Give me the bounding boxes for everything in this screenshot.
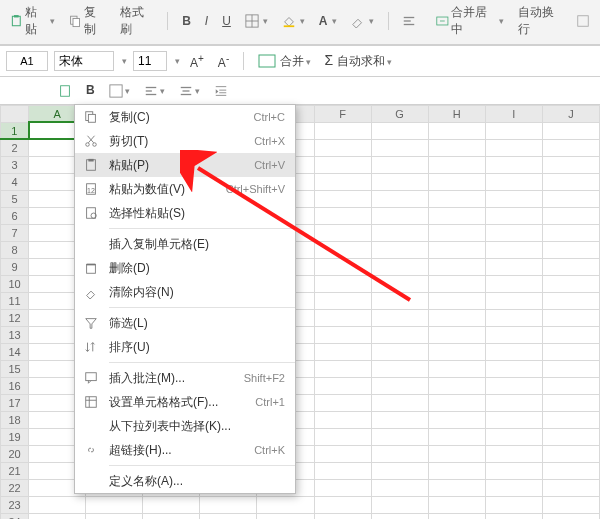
- cell[interactable]: [314, 462, 371, 479]
- cell[interactable]: [86, 496, 143, 513]
- fontcolor-button[interactable]: A▾: [315, 12, 341, 30]
- row-header[interactable]: 11: [1, 292, 29, 309]
- cell[interactable]: [200, 496, 257, 513]
- menu-item[interactable]: 12粘贴为数值(V)Ctrl+Shift+V: [75, 177, 295, 201]
- cell[interactable]: [542, 394, 599, 411]
- cell[interactable]: [428, 173, 485, 190]
- cell[interactable]: [542, 309, 599, 326]
- cell[interactable]: [485, 139, 542, 156]
- cell[interactable]: [428, 360, 485, 377]
- cell[interactable]: [314, 190, 371, 207]
- cell[interactable]: [371, 139, 428, 156]
- row-header[interactable]: 16: [1, 377, 29, 394]
- indent-button[interactable]: [210, 81, 232, 100]
- cell[interactable]: [542, 224, 599, 241]
- cell[interactable]: [485, 513, 542, 519]
- bold-button[interactable]: B: [178, 12, 195, 30]
- cell[interactable]: [485, 479, 542, 496]
- cell[interactable]: [485, 224, 542, 241]
- cell[interactable]: [371, 513, 428, 519]
- row-header[interactable]: 18: [1, 411, 29, 428]
- cell[interactable]: [428, 224, 485, 241]
- cell[interactable]: [371, 292, 428, 309]
- fontsize-input[interactable]: [133, 51, 167, 71]
- cell[interactable]: [428, 479, 485, 496]
- row-header[interactable]: 1: [1, 122, 29, 139]
- cell[interactable]: [485, 207, 542, 224]
- row-header[interactable]: 17: [1, 394, 29, 411]
- cell[interactable]: [542, 258, 599, 275]
- cell[interactable]: [542, 292, 599, 309]
- cell[interactable]: [542, 156, 599, 173]
- cell[interactable]: [428, 496, 485, 513]
- increase-font-button[interactable]: A+: [186, 51, 208, 72]
- cell[interactable]: [314, 139, 371, 156]
- cell[interactable]: [200, 513, 257, 519]
- menu-item[interactable]: 剪切(T)Ctrl+X: [75, 129, 295, 153]
- cell[interactable]: [428, 343, 485, 360]
- cell[interactable]: [428, 445, 485, 462]
- cell[interactable]: [542, 122, 599, 139]
- cell[interactable]: [542, 479, 599, 496]
- cell[interactable]: [143, 496, 200, 513]
- cell[interactable]: [485, 445, 542, 462]
- cell[interactable]: [428, 394, 485, 411]
- cell[interactable]: [428, 411, 485, 428]
- cell[interactable]: [314, 360, 371, 377]
- cell[interactable]: [485, 173, 542, 190]
- cell[interactable]: [29, 513, 86, 519]
- menu-item[interactable]: 选择性粘贴(S): [75, 201, 295, 225]
- cell[interactable]: [314, 326, 371, 343]
- cell[interactable]: [485, 377, 542, 394]
- cell[interactable]: [314, 394, 371, 411]
- row-header[interactable]: 8: [1, 241, 29, 258]
- cell[interactable]: [371, 224, 428, 241]
- row-header[interactable]: 7: [1, 224, 29, 241]
- cell[interactable]: [542, 445, 599, 462]
- column-header[interactable]: J: [542, 105, 599, 122]
- cell[interactable]: [314, 496, 371, 513]
- cell[interactable]: [428, 326, 485, 343]
- cell[interactable]: [314, 479, 371, 496]
- cell[interactable]: [314, 241, 371, 258]
- cell[interactable]: [371, 275, 428, 292]
- formatpainter-button[interactable]: 格式刷: [116, 2, 157, 40]
- cell[interactable]: [428, 292, 485, 309]
- row-header[interactable]: 22: [1, 479, 29, 496]
- cell[interactable]: [485, 360, 542, 377]
- cell[interactable]: [371, 156, 428, 173]
- cell[interactable]: [428, 309, 485, 326]
- cell[interactable]: [371, 394, 428, 411]
- row-header[interactable]: 10: [1, 275, 29, 292]
- cell[interactable]: [314, 411, 371, 428]
- cell[interactable]: [371, 258, 428, 275]
- cell[interactable]: [29, 496, 86, 513]
- underline-button[interactable]: U: [218, 12, 235, 30]
- cell[interactable]: [542, 173, 599, 190]
- cell[interactable]: [542, 428, 599, 445]
- cell[interactable]: [314, 207, 371, 224]
- row-header[interactable]: 15: [1, 360, 29, 377]
- menu-item[interactable]: 插入批注(M)...Shift+F2: [75, 366, 295, 390]
- menu-item[interactable]: 设置单元格格式(F)...Ctrl+1: [75, 390, 295, 414]
- fillcolor-button[interactable]: ▾: [278, 12, 309, 30]
- cell[interactable]: [314, 258, 371, 275]
- cell[interactable]: [542, 462, 599, 479]
- cell[interactable]: [86, 513, 143, 519]
- cell[interactable]: [428, 207, 485, 224]
- cell[interactable]: [371, 445, 428, 462]
- cell[interactable]: [485, 428, 542, 445]
- cell[interactable]: [485, 394, 542, 411]
- row-header[interactable]: 3: [1, 156, 29, 173]
- align-center-button[interactable]: ▾: [175, 81, 204, 100]
- row-header[interactable]: 24: [1, 513, 29, 519]
- cell[interactable]: [485, 462, 542, 479]
- merge-mini-button[interactable]: 合并▾: [254, 51, 314, 72]
- autosum-button[interactable]: Σ 自动求和▾: [321, 50, 396, 72]
- cell[interactable]: [485, 122, 542, 139]
- cell[interactable]: [314, 309, 371, 326]
- cell[interactable]: [542, 275, 599, 292]
- align-button[interactable]: [398, 12, 420, 30]
- cell[interactable]: [314, 122, 371, 139]
- cell[interactable]: [542, 139, 599, 156]
